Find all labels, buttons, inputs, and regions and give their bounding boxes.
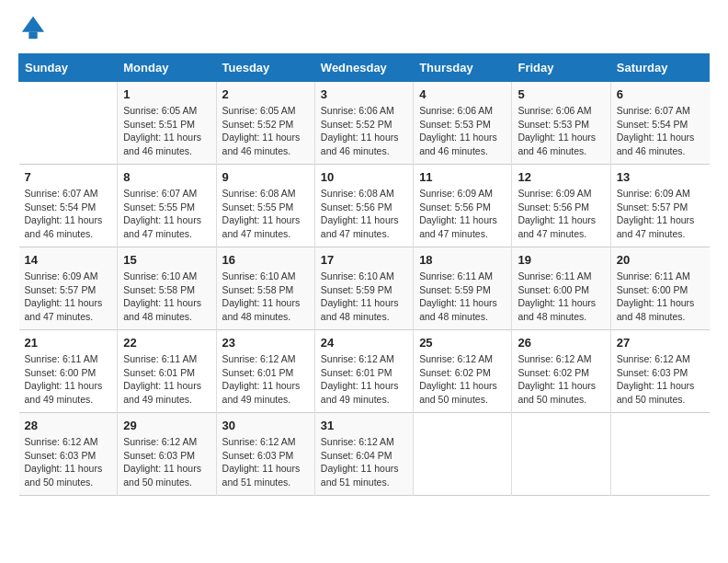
calendar-cell: 6Sunrise: 6:07 AMSunset: 5:54 PMDaylight… <box>610 82 709 165</box>
day-info: Sunrise: 6:12 AMSunset: 6:03 PMDaylight:… <box>222 435 309 489</box>
calendar-cell: 28Sunrise: 6:12 AMSunset: 6:03 PMDayligh… <box>19 413 118 496</box>
calendar-cell: 11Sunrise: 6:09 AMSunset: 5:56 PMDayligh… <box>414 165 512 247</box>
day-number: 19 <box>518 253 604 267</box>
day-info: Sunrise: 6:12 AMSunset: 6:03 PMDaylight:… <box>25 435 112 489</box>
calendar-cell: 25Sunrise: 6:12 AMSunset: 6:02 PMDayligh… <box>414 330 512 413</box>
day-info: Sunrise: 6:07 AMSunset: 5:54 PMDaylight:… <box>25 187 112 241</box>
day-info: Sunrise: 6:10 AMSunset: 5:59 PMDaylight:… <box>321 270 407 324</box>
calendar-cell: 22Sunrise: 6:11 AMSunset: 6:01 PMDayligh… <box>118 330 216 413</box>
svg-rect-1 <box>28 32 37 39</box>
calendar-cell: 10Sunrise: 6:08 AMSunset: 5:56 PMDayligh… <box>314 165 413 247</box>
day-number: 8 <box>123 170 210 184</box>
day-number: 5 <box>518 87 604 101</box>
day-number: 11 <box>419 170 506 184</box>
day-number: 16 <box>222 253 309 267</box>
day-info: Sunrise: 6:12 AMSunset: 6:02 PMDaylight:… <box>518 352 604 407</box>
weekday-header: Sunday <box>19 54 118 82</box>
day-info: Sunrise: 6:11 AMSunset: 6:01 PMDaylight:… <box>123 352 210 407</box>
calendar-cell: 30Sunrise: 6:12 AMSunset: 6:03 PMDayligh… <box>216 413 314 496</box>
weekday-header: Tuesday <box>216 54 314 82</box>
day-number: 3 <box>321 87 407 101</box>
day-number: 20 <box>617 253 704 267</box>
weekday-header: Monday <box>118 54 216 82</box>
calendar-cell: 7Sunrise: 6:07 AMSunset: 5:54 PMDaylight… <box>19 165 118 247</box>
day-info: Sunrise: 6:08 AMSunset: 5:56 PMDaylight:… <box>321 187 407 241</box>
calendar-cell: 16Sunrise: 6:10 AMSunset: 5:58 PMDayligh… <box>216 247 314 330</box>
day-number: 29 <box>123 419 210 432</box>
day-number: 6 <box>617 87 704 101</box>
calendar-cell: 15Sunrise: 6:10 AMSunset: 5:58 PMDayligh… <box>118 247 216 330</box>
day-number: 13 <box>617 170 704 184</box>
calendar-cell: 27Sunrise: 6:12 AMSunset: 6:03 PMDayligh… <box>610 330 709 413</box>
calendar-cell: 19Sunrise: 6:11 AMSunset: 6:00 PMDayligh… <box>512 247 610 330</box>
calendar-cell: 9Sunrise: 6:08 AMSunset: 5:55 PMDaylight… <box>216 165 314 247</box>
day-info: Sunrise: 6:08 AMSunset: 5:55 PMDaylight:… <box>222 187 309 241</box>
calendar-cell: 12Sunrise: 6:09 AMSunset: 5:56 PMDayligh… <box>512 165 610 247</box>
day-number: 28 <box>25 419 112 432</box>
day-number: 27 <box>617 336 704 350</box>
day-number: 26 <box>518 336 604 350</box>
calendar-cell: 21Sunrise: 6:11 AMSunset: 6:00 PMDayligh… <box>19 330 118 413</box>
calendar-week-row: 21Sunrise: 6:11 AMSunset: 6:00 PMDayligh… <box>19 330 710 413</box>
calendar-week-row: 1Sunrise: 6:05 AMSunset: 5:51 PMDaylight… <box>19 82 710 165</box>
day-number: 23 <box>222 336 309 350</box>
day-info: Sunrise: 6:11 AMSunset: 6:00 PMDaylight:… <box>518 270 604 324</box>
calendar-cell: 5Sunrise: 6:06 AMSunset: 5:53 PMDaylight… <box>512 82 610 165</box>
day-info: Sunrise: 6:05 AMSunset: 5:52 PMDaylight:… <box>222 104 309 158</box>
calendar-week-row: 14Sunrise: 6:09 AMSunset: 5:57 PMDayligh… <box>19 247 710 330</box>
day-info: Sunrise: 6:12 AMSunset: 6:04 PMDaylight:… <box>321 435 407 489</box>
calendar-week-row: 7Sunrise: 6:07 AMSunset: 5:54 PMDaylight… <box>19 165 710 247</box>
day-info: Sunrise: 6:11 AMSunset: 5:59 PMDaylight:… <box>419 270 506 324</box>
calendar-body: 1Sunrise: 6:05 AMSunset: 5:51 PMDaylight… <box>19 82 710 496</box>
logo <box>18 18 50 44</box>
calendar-cell: 4Sunrise: 6:06 AMSunset: 5:53 PMDaylight… <box>414 82 512 165</box>
day-info: Sunrise: 6:12 AMSunset: 6:01 PMDaylight:… <box>222 352 309 407</box>
calendar-cell <box>610 413 709 496</box>
weekday-header: Friday <box>512 54 610 82</box>
calendar-cell <box>512 413 610 496</box>
day-number: 2 <box>222 87 309 101</box>
day-info: Sunrise: 6:10 AMSunset: 5:58 PMDaylight:… <box>222 270 309 324</box>
calendar-cell: 13Sunrise: 6:09 AMSunset: 5:57 PMDayligh… <box>610 165 709 247</box>
day-number: 21 <box>25 336 112 350</box>
day-number: 25 <box>419 336 506 350</box>
day-number: 15 <box>123 253 210 267</box>
weekday-header: Thursday <box>414 54 512 82</box>
svg-marker-0 <box>22 17 44 32</box>
calendar-cell: 26Sunrise: 6:12 AMSunset: 6:02 PMDayligh… <box>512 330 610 413</box>
day-number: 17 <box>321 253 407 267</box>
calendar-cell: 8Sunrise: 6:07 AMSunset: 5:55 PMDaylight… <box>118 165 216 247</box>
calendar-header-row: SundayMondayTuesdayWednesdayThursdayFrid… <box>19 54 710 82</box>
day-info: Sunrise: 6:07 AMSunset: 5:55 PMDaylight:… <box>123 187 210 241</box>
calendar-cell: 14Sunrise: 6:09 AMSunset: 5:57 PMDayligh… <box>19 247 118 330</box>
calendar-cell: 29Sunrise: 6:12 AMSunset: 6:03 PMDayligh… <box>118 413 216 496</box>
day-info: Sunrise: 6:05 AMSunset: 5:51 PMDaylight:… <box>123 104 210 158</box>
day-number: 1 <box>123 87 210 101</box>
day-info: Sunrise: 6:09 AMSunset: 5:56 PMDaylight:… <box>518 187 604 241</box>
day-info: Sunrise: 6:09 AMSunset: 5:57 PMDaylight:… <box>25 270 112 324</box>
calendar-cell: 18Sunrise: 6:11 AMSunset: 5:59 PMDayligh… <box>414 247 512 330</box>
day-number: 7 <box>25 170 112 184</box>
day-info: Sunrise: 6:12 AMSunset: 6:03 PMDaylight:… <box>617 352 704 407</box>
day-info: Sunrise: 6:12 AMSunset: 6:03 PMDaylight:… <box>123 435 210 489</box>
calendar-cell: 20Sunrise: 6:11 AMSunset: 6:00 PMDayligh… <box>610 247 709 330</box>
day-number: 9 <box>222 170 309 184</box>
page-header <box>18 18 710 44</box>
day-info: Sunrise: 6:06 AMSunset: 5:53 PMDaylight:… <box>419 104 506 158</box>
day-number: 31 <box>321 419 407 432</box>
calendar-cell: 1Sunrise: 6:05 AMSunset: 5:51 PMDaylight… <box>118 82 216 165</box>
weekday-header: Saturday <box>610 54 709 82</box>
day-info: Sunrise: 6:11 AMSunset: 6:00 PMDaylight:… <box>25 352 112 407</box>
weekday-header: Wednesday <box>314 54 413 82</box>
calendar-cell: 3Sunrise: 6:06 AMSunset: 5:52 PMDaylight… <box>314 82 413 165</box>
calendar-cell <box>414 413 512 496</box>
day-info: Sunrise: 6:12 AMSunset: 6:01 PMDaylight:… <box>321 352 407 407</box>
day-info: Sunrise: 6:10 AMSunset: 5:58 PMDaylight:… <box>123 270 210 324</box>
calendar-cell: 2Sunrise: 6:05 AMSunset: 5:52 PMDaylight… <box>216 82 314 165</box>
day-number: 4 <box>419 87 506 101</box>
day-number: 24 <box>321 336 407 350</box>
calendar-week-row: 28Sunrise: 6:12 AMSunset: 6:03 PMDayligh… <box>19 413 710 496</box>
day-info: Sunrise: 6:06 AMSunset: 5:52 PMDaylight:… <box>321 104 407 158</box>
day-info: Sunrise: 6:06 AMSunset: 5:53 PMDaylight:… <box>518 104 604 158</box>
calendar-cell: 24Sunrise: 6:12 AMSunset: 6:01 PMDayligh… <box>314 330 413 413</box>
